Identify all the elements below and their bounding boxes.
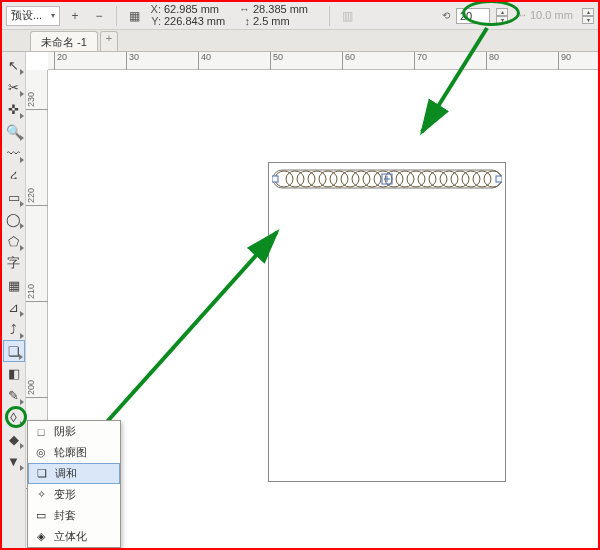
svg-point-13 <box>407 171 425 187</box>
steps-spinner[interactable]: ▴▾ <box>496 8 508 24</box>
flyout-item-label: 立体化 <box>54 529 87 544</box>
offset-icon: ↔ <box>518 10 527 21</box>
new-tab-button[interactable]: + <box>100 31 118 51</box>
offset-spinner[interactable]: ▴▾ <box>582 8 594 24</box>
flyout-item-icon: ◎ <box>34 446 48 460</box>
zoom-tool[interactable]: 🔍 <box>3 120 25 142</box>
ruler-tick: 30 <box>126 52 139 70</box>
flyout-item-label: 封套 <box>54 508 76 523</box>
ruler-horizontal[interactable]: 2030405060708090 <box>48 52 598 70</box>
flyout-item-icon: ❏ <box>35 467 49 481</box>
svg-rect-21 <box>272 176 278 182</box>
flyout-item-3[interactable]: ✧变形 <box>28 484 120 505</box>
freehand-tool[interactable]: 〰 <box>3 142 25 164</box>
ruler-tick: 80 <box>486 52 499 70</box>
position-readout: X:62.985 mm Y:226.843 mm <box>149 4 232 27</box>
preset-label: 预设... <box>11 8 42 23</box>
ruler-tick: 60 <box>342 52 355 70</box>
blend-direction-button[interactable]: ▥ <box>338 7 356 25</box>
document-tabbar: 未命名 -1 + <box>2 30 598 52</box>
svg-point-19 <box>473 171 491 187</box>
height-value: 2.5 mm <box>253 16 321 27</box>
svg-rect-22 <box>496 176 502 182</box>
size-readout: ↔28.385 mm ↕2.5 mm <box>238 4 321 27</box>
polygon-tool[interactable]: ⬠ <box>3 230 25 252</box>
outline-tool[interactable]: ◊ <box>3 406 25 428</box>
height-icon: ↕ <box>238 16 250 27</box>
fill-tool[interactable]: ◆ <box>3 428 25 450</box>
ruler-tick: 20 <box>54 52 67 70</box>
add-preset-button[interactable]: + <box>66 7 84 25</box>
flyout-item-icon: ◈ <box>34 530 48 544</box>
interactive-blend-tool[interactable]: ❏ <box>3 340 25 362</box>
ruler-tick: 220 <box>26 186 48 206</box>
svg-point-4 <box>308 171 326 187</box>
flyout-item-0[interactable]: □阴影 <box>28 421 120 442</box>
flyout-item-4[interactable]: ▭封套 <box>28 505 120 526</box>
object-origin-button[interactable]: ▦ <box>125 7 143 25</box>
svg-point-3 <box>297 171 315 187</box>
svg-point-12 <box>396 171 414 187</box>
flyout-item-label: 阴影 <box>54 424 76 439</box>
artistic-media-tool[interactable]: ረ <box>3 164 25 186</box>
document-tab[interactable]: 未命名 -1 <box>30 31 98 51</box>
svg-point-17 <box>451 171 469 187</box>
svg-point-5 <box>319 171 337 187</box>
svg-point-14 <box>418 171 436 187</box>
ruler-tick: 230 <box>26 90 48 110</box>
blend-object[interactable] <box>272 164 502 194</box>
text-tool[interactable]: 字 <box>3 252 25 274</box>
remove-preset-button[interactable]: − <box>90 7 108 25</box>
flyout-item-icon: ▭ <box>34 509 48 523</box>
flyout-item-5[interactable]: ◈立体化 <box>28 526 120 547</box>
svg-point-16 <box>440 171 458 187</box>
document-page[interactable] <box>268 162 506 482</box>
rectangle-tool[interactable]: ▭ <box>3 186 25 208</box>
crop-tool[interactable]: ✜ <box>3 98 25 120</box>
offset-value: 10.0 mm <box>530 10 576 21</box>
ellipse-tool[interactable]: ◯ <box>3 208 25 230</box>
toolbox: ↖ ✂ ✜ 🔍 〰 ረ ▭ ◯ ⬠ 字 ▦ ⊿ ⤴ ❏ ◧ ✎ ◊ ◆ ▼ <box>2 52 26 548</box>
svg-point-6 <box>330 171 348 187</box>
pick-tool[interactable]: ↖ <box>3 54 25 76</box>
table-tool[interactable]: ▦ <box>3 274 25 296</box>
flyout-item-2[interactable]: ❏调和 <box>28 463 120 484</box>
offset-block: ↔10.0 mm <box>518 10 576 21</box>
connector-tool[interactable]: ⤴ <box>3 318 25 340</box>
flyout-item-label: 轮廓图 <box>54 445 87 460</box>
transparency-tool[interactable]: ◧ <box>3 362 25 384</box>
separator <box>116 6 117 26</box>
blend-steps-input[interactable]: 20 <box>456 8 490 24</box>
property-bar: 预设... ▾ + − ▦ X:62.985 mm Y:226.843 mm ↔… <box>2 2 598 30</box>
y-value: 226.843 mm <box>164 16 232 27</box>
ruler-tick: 70 <box>414 52 427 70</box>
svg-point-7 <box>341 171 359 187</box>
separator <box>329 6 330 26</box>
svg-point-9 <box>363 171 381 187</box>
svg-point-15 <box>429 171 447 187</box>
svg-point-8 <box>352 171 370 187</box>
x-label: X: <box>149 4 161 15</box>
shape-tool[interactable]: ✂ <box>3 76 25 98</box>
interactive-fill-tool[interactable]: ▼ <box>3 450 25 472</box>
x-value: 62.985 mm <box>164 4 232 15</box>
ruler-tick: 40 <box>198 52 211 70</box>
svg-point-18 <box>462 171 480 187</box>
main-area: ↖ ✂ ✜ 🔍 〰 ረ ▭ ◯ ⬠ 字 ▦ ⊿ ⤴ ❏ ◧ ✎ ◊ ◆ ▼ 20… <box>2 52 598 548</box>
ruler-tick: 210 <box>26 282 48 302</box>
drawing-canvas[interactable] <box>48 70 598 548</box>
preset-dropdown[interactable]: 预设... ▾ <box>6 6 60 26</box>
dimension-tool[interactable]: ⊿ <box>3 296 25 318</box>
effects-flyout-menu: □阴影◎轮廓图❏调和✧变形▭封套◈立体化 <box>27 420 121 548</box>
width-value: 28.385 mm <box>253 4 321 15</box>
flyout-item-icon: ✧ <box>34 488 48 502</box>
ruler-tick: 90 <box>558 52 571 70</box>
width-icon: ↔ <box>238 4 250 15</box>
eyedropper-tool[interactable]: ✎ <box>3 384 25 406</box>
ruler-tick: 200 <box>26 378 48 398</box>
svg-point-2 <box>286 171 304 187</box>
flyout-item-icon: □ <box>34 425 48 439</box>
flyout-item-1[interactable]: ◎轮廓图 <box>28 442 120 463</box>
ruler-tick: 50 <box>270 52 283 70</box>
flyout-item-label: 变形 <box>54 487 76 502</box>
